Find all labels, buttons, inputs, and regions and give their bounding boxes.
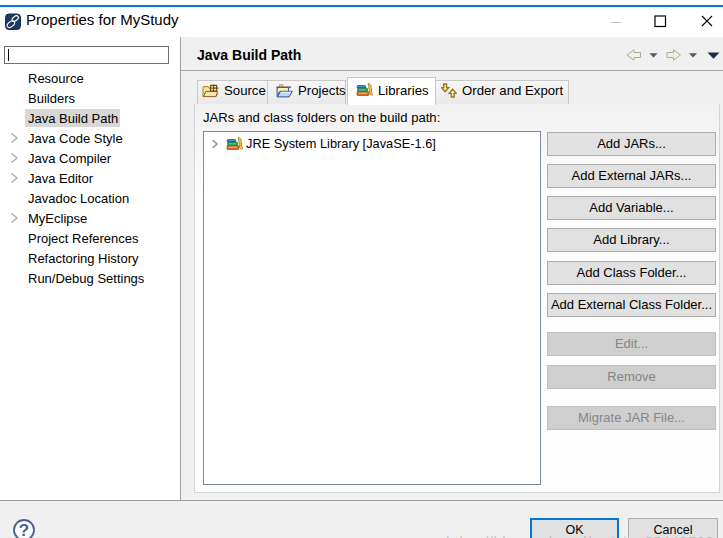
svg-text:?: ? <box>19 521 29 538</box>
